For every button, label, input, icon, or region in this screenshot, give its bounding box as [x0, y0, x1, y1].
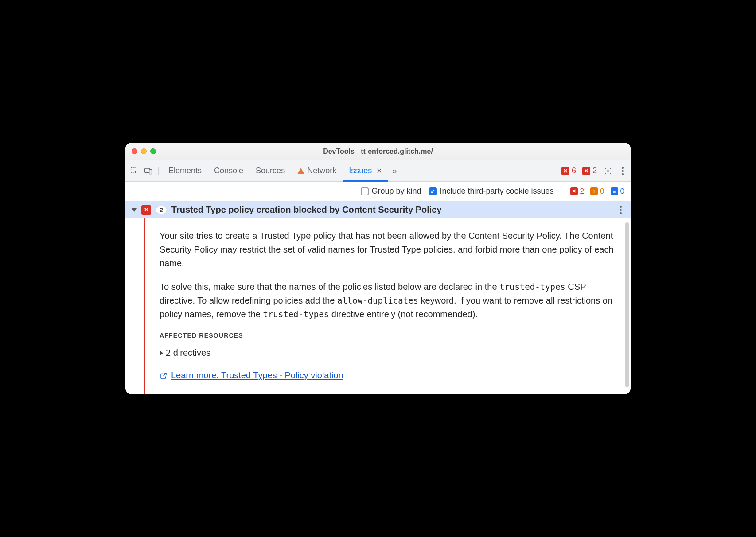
learn-more-link[interactable]: Learn more: Trusted Types - Policy viola…: [160, 369, 343, 382]
device-toolbar-icon[interactable]: [144, 167, 153, 175]
learn-more-text: Learn more: Trusted Types - Policy viola…: [171, 369, 343, 382]
tab-issues[interactable]: Issues ✕: [343, 160, 388, 181]
warning-square-icon: !: [590, 187, 598, 195]
tab-issues-label: Issues: [349, 166, 372, 175]
checkbox-unchecked-icon: [361, 187, 369, 195]
more-tabs-icon[interactable]: »: [388, 166, 400, 176]
zoom-window-button[interactable]: [150, 148, 156, 154]
code-allow-duplicates: allow-duplicates: [337, 296, 418, 305]
issue-body: Your site tries to create a Trusted Type…: [125, 218, 631, 394]
issues-content: ✕ 2 Trusted Type policy creation blocked…: [125, 201, 631, 394]
issue-count-badge[interactable]: ✕ 2: [582, 166, 597, 175]
include-cookie-checkbox[interactable]: Include third-party cookie issues: [429, 187, 553, 196]
collapse-triangle-icon[interactable]: [132, 208, 137, 212]
error-circle-icon: ✕: [561, 167, 569, 175]
svg-rect-2: [149, 170, 152, 174]
issue-description-2: To solve this, make sure that the names …: [160, 280, 615, 321]
error-square-icon: ✕: [570, 187, 578, 195]
gear-icon[interactable]: [603, 166, 613, 176]
tab-network[interactable]: Network: [291, 160, 343, 181]
minimize-window-button[interactable]: [141, 148, 147, 154]
issue-count: 2: [592, 166, 597, 175]
improvements-count[interactable]: ≡0: [611, 187, 624, 196]
issue-occurrence-count: 2: [156, 206, 167, 214]
devtools-tabbar: Elements Console Sources Network Issues …: [125, 160, 631, 182]
breaking-changes-count[interactable]: !0: [590, 187, 604, 196]
warning-icon: [297, 168, 304, 174]
issue-square-icon: ✕: [582, 167, 590, 175]
titlebar: DevTools - tt-enforced.glitch.me/: [125, 143, 631, 160]
scrollbar-thumb[interactable]: [625, 222, 629, 387]
page-errors-count[interactable]: ✕2: [570, 187, 584, 196]
issue-kind-counts: ✕2 !0 ≡0: [570, 187, 624, 196]
info-square-icon: ≡: [611, 187, 618, 195]
tab-network-label: Network: [307, 166, 336, 175]
issue-title: Trusted Type policy creation blocked by …: [171, 205, 442, 215]
traffic-lights: [125, 148, 156, 154]
error-icon: ✕: [141, 205, 151, 215]
scrollbar[interactable]: [624, 222, 630, 390]
error-count: 6: [572, 166, 576, 175]
checkbox-checked-icon: [429, 187, 437, 195]
group-by-kind-checkbox[interactable]: Group by kind: [361, 187, 421, 196]
close-tab-icon[interactable]: ✕: [376, 167, 382, 175]
issues-toolbar: Group by kind Include third-party cookie…: [125, 182, 631, 201]
svg-point-3: [607, 170, 609, 172]
issue-description-1: Your site tries to create a Trusted Type…: [160, 229, 615, 270]
devtools-window: DevTools - tt-enforced.glitch.me/ Elemen…: [125, 143, 631, 394]
directives-count: 2 directives: [166, 346, 210, 360]
include-cookie-label: Include third-party cookie issues: [440, 187, 553, 196]
inspect-element-icon[interactable]: [130, 167, 139, 175]
tab-sources[interactable]: Sources: [249, 160, 291, 181]
expand-triangle-icon[interactable]: [160, 350, 163, 356]
group-by-kind-label: Group by kind: [371, 187, 421, 196]
code-trusted-types-2: trusted-types: [263, 309, 329, 319]
window-title: DevTools - tt-enforced.glitch.me/: [125, 148, 631, 156]
issue-header[interactable]: ✕ 2 Trusted Type policy creation blocked…: [125, 201, 631, 218]
close-window-button[interactable]: [132, 148, 137, 154]
affected-resources-label: AFFECTED RESOURCES: [160, 331, 615, 341]
directives-row[interactable]: 2 directives: [160, 346, 615, 360]
code-trusted-types: trusted-types: [499, 282, 565, 292]
kebab-menu-icon[interactable]: [619, 167, 626, 175]
issue-menu-icon[interactable]: [617, 206, 624, 214]
divider: [562, 187, 562, 196]
external-link-icon: [160, 372, 168, 380]
error-count-badge[interactable]: ✕ 6: [561, 166, 576, 175]
tab-console[interactable]: Console: [208, 160, 249, 181]
tab-elements[interactable]: Elements: [162, 160, 208, 181]
